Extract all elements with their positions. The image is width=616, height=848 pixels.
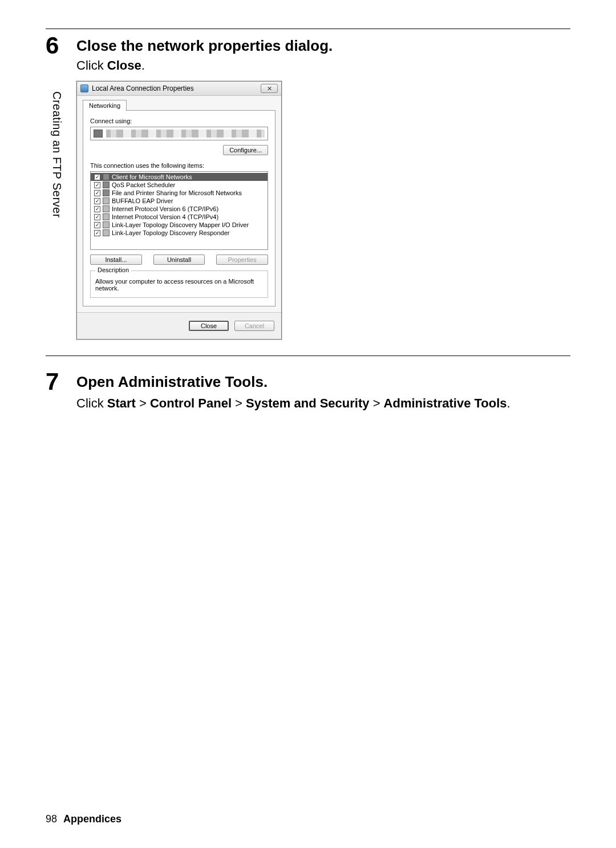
section-name: Appendices: [63, 813, 121, 825]
divider-top: [46, 29, 570, 29]
network-icon: [80, 84, 88, 92]
adapter-name-obscured: [106, 130, 265, 138]
dialog-title: Local Area Connection Properties: [92, 84, 194, 92]
networking-panel: Connect using: Configure... This connect…: [83, 110, 275, 306]
list-item-label: Internet Protocol Version 6 (TCP/IPv6): [112, 205, 218, 212]
step-6-instr-suffix: .: [141, 58, 145, 72]
page-footer: 98 Appendices: [46, 813, 121, 825]
adapter-field[interactable]: [90, 127, 268, 140]
driver-icon: [103, 205, 110, 212]
list-item[interactable]: Link-Layer Topology Discovery Mapper I/O…: [91, 221, 268, 229]
properties-button[interactable]: Properties: [216, 255, 268, 265]
list-item[interactable]: File and Printer Sharing for Microsoft N…: [91, 189, 268, 197]
sidebar-section-label: Creating an FTP Server: [50, 91, 63, 218]
list-item-label: BUFFALO EAP Driver: [112, 197, 173, 204]
step-7-suffix: .: [507, 396, 510, 410]
checkbox-icon[interactable]: [94, 214, 100, 220]
list-item-label: Link-Layer Topology Discovery Responder: [112, 229, 229, 236]
step-6-instruction: Click Close.: [76, 58, 570, 73]
list-item-label: File and Printer Sharing for Microsoft N…: [112, 189, 242, 196]
checkbox-icon[interactable]: [94, 190, 100, 196]
connection-items-list[interactable]: Client for Microsoft NetworksQoS Packet …: [90, 171, 268, 250]
connect-using-label: Connect using:: [90, 118, 268, 124]
step-6: 6 Close the network properties dialog. C…: [46, 34, 570, 340]
service-icon: [103, 181, 110, 188]
step-7-prefix: Click: [76, 396, 107, 410]
uninstall-button[interactable]: Uninstall: [153, 255, 205, 265]
close-icon[interactable]: ✕: [261, 84, 278, 93]
install-button[interactable]: Install...: [90, 255, 142, 265]
list-item-label: QoS Packet Scheduler: [112, 181, 175, 188]
step-7: 7 Open Administrative Tools. Click Start…: [46, 370, 570, 413]
page-number: 98: [46, 813, 57, 825]
driver-icon: [103, 221, 110, 228]
description-group: Description Allows your computer to acce…: [90, 270, 268, 298]
step-number-6: 6: [46, 34, 66, 58]
breadcrumb-part: System and Security: [246, 396, 369, 410]
tab-networking[interactable]: Networking: [83, 100, 127, 111]
service-icon: [103, 189, 110, 196]
list-item-label: Internet Protocol Version 4 (TCP/IPv4): [112, 213, 218, 220]
list-item-label: Client for Microsoft Networks: [112, 173, 192, 180]
dialog-titlebar: Local Area Connection Properties ✕: [77, 82, 281, 96]
driver-icon: [103, 229, 110, 236]
list-item[interactable]: QoS Packet Scheduler: [91, 181, 268, 189]
list-item-label: Link-Layer Topology Discovery Mapper I/O…: [112, 221, 249, 228]
network-properties-dialog: Local Area Connection Properties ✕ Netwo…: [76, 81, 282, 340]
checkbox-icon[interactable]: [94, 230, 100, 236]
service-icon: [103, 173, 110, 180]
adapter-icon: [94, 130, 103, 138]
cancel-button[interactable]: Cancel: [234, 321, 274, 331]
step-6-instr-bold: Close: [107, 58, 141, 72]
list-item[interactable]: Internet Protocol Version 6 (TCP/IPv6): [91, 205, 268, 213]
step-6-title: Close the network properties dialog.: [76, 37, 570, 55]
breadcrumb-part: Start: [107, 396, 136, 410]
list-item[interactable]: Internet Protocol Version 4 (TCP/IPv4): [91, 213, 268, 221]
checkbox-icon[interactable]: [94, 198, 100, 204]
dialog-footer: Close Cancel: [77, 312, 281, 339]
step-7-title: Open Administrative Tools.: [76, 373, 570, 391]
step-7-instruction: Click Start > Control Panel > System and…: [76, 394, 570, 413]
list-item[interactable]: BUFFALO EAP Driver: [91, 197, 268, 205]
description-legend: Description: [95, 266, 131, 273]
breadcrumb-part: Administrative Tools: [384, 396, 507, 410]
description-text: Allows your computer to access resources…: [95, 278, 254, 292]
driver-icon: [103, 213, 110, 220]
close-button[interactable]: Close: [189, 321, 229, 331]
driver-icon: [103, 197, 110, 204]
checkbox-icon[interactable]: [94, 182, 100, 188]
connection-items-label: This connection uses the following items…: [90, 162, 268, 169]
configure-button[interactable]: Configure...: [223, 145, 268, 155]
breadcrumb-separator: >: [136, 396, 150, 410]
breadcrumb-separator: >: [232, 396, 246, 410]
list-item[interactable]: Client for Microsoft Networks: [91, 173, 268, 181]
checkbox-icon[interactable]: [94, 174, 100, 180]
breadcrumb-part: Control Panel: [150, 396, 232, 410]
checkbox-icon[interactable]: [94, 222, 100, 228]
list-item[interactable]: Link-Layer Topology Discovery Responder: [91, 229, 268, 237]
step-number-7: 7: [46, 370, 66, 394]
checkbox-icon[interactable]: [94, 206, 100, 212]
breadcrumb-separator: >: [370, 396, 384, 410]
divider-mid: [46, 356, 570, 356]
step-6-instr-prefix: Click: [76, 58, 107, 72]
